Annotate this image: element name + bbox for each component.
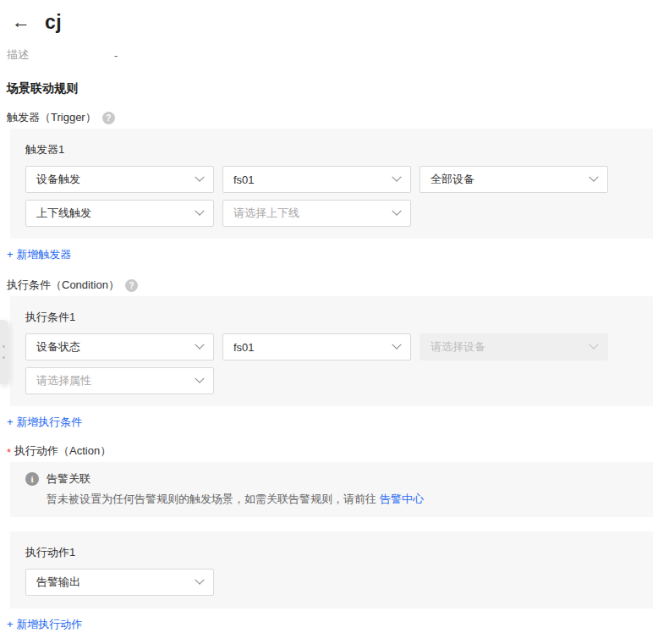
chevron-down-icon [195,173,204,182]
chevron-down-icon [195,374,204,383]
trigger-section-label-row: 触发器（Trigger） ? [7,110,658,125]
alert-notice-head: i 告警关联 [25,471,638,487]
trigger-product-select[interactable]: fs01 [222,166,411,193]
action-output-select[interactable]: 告警输出 [25,569,214,596]
action-section-label: 执行动作（Action） [14,443,111,459]
condition-select-row-1: 设备状态 fs01 请选择设备 [25,333,638,361]
condition-select-row-2: 请选择属性 [25,367,638,394]
condition-device-select: 请选择设备 [419,333,608,361]
add-trigger-link[interactable]: + 新增触发器 [7,247,71,262]
chevron-down-icon [195,206,204,216]
rules-heading: 场景联动规则 [7,81,658,96]
trigger-online-state-select[interactable]: 请选择上下线 [222,200,411,227]
trigger-select-row-2: 上下线触发 请选择上下线 [25,200,638,227]
drawer-handle-dot [3,345,5,348]
condition-product-select[interactable]: fs01 [222,333,411,361]
condition-section-label-row: 执行条件（Condition） ? [7,278,658,293]
page-header: ← cj [12,8,658,36]
help-icon[interactable]: ? [125,279,138,292]
trigger-select-row-1: 设备触发 fs01 全部设备 [25,166,638,193]
alert-notice-text: 暂未被设置为任何告警规则的触发场景，如需关联告警规则，请前往 [47,493,376,505]
trigger-event-value: 上下线触发 [36,206,91,221]
trigger-event-select[interactable]: 上下线触发 [25,200,214,227]
info-icon: i [25,472,39,486]
drawer-handle-dot [3,356,5,359]
back-icon[interactable]: ← [12,13,30,31]
trigger-device-select[interactable]: 全部设备 [419,166,608,193]
description-row: 描述 - [7,47,658,63]
condition-device-placeholder: 请选择设备 [430,339,485,355]
description-value: - [114,49,118,62]
condition-type-value: 设备状态 [36,339,80,355]
add-action-link[interactable]: + 新增执行动作 [7,617,82,632]
chevron-down-icon [392,206,401,216]
side-drawer-handle[interactable] [0,320,8,384]
condition-section-label: 执行条件（Condition） [7,278,119,293]
required-asterisk: * [7,443,11,459]
chevron-down-icon [392,340,401,350]
trigger-group-title: 触发器1 [25,142,638,157]
add-condition-link[interactable]: + 新增执行条件 [7,415,82,430]
chevron-down-icon [195,575,204,585]
action-group-title: 执行动作1 [25,545,638,560]
alert-notice-box: i 告警关联 暂未被设置为任何告警规则的触发场景，如需关联告警规则，请前往告警中… [10,462,653,517]
action-section-label-row: * 执行动作（Action） [7,443,658,459]
trigger-panel: 触发器1 设备触发 fs01 全部设备 上下线触发 请选择上下线 [10,129,653,239]
alert-center-link[interactable]: 告警中心 [380,493,424,505]
condition-product-value: fs01 [233,341,255,354]
action-output-value: 告警输出 [36,575,80,590]
trigger-section-label: 触发器（Trigger） [7,110,96,125]
chevron-down-icon [589,173,598,182]
action-panel: 执行动作1 告警输出 [10,531,653,608]
trigger-type-value: 设备触发 [36,172,80,187]
action-select-row-1: 告警输出 [25,569,638,596]
page-title: cj [45,11,62,34]
trigger-device-value: 全部设备 [430,172,474,187]
trigger-product-value: fs01 [233,173,255,186]
help-icon[interactable]: ? [102,112,115,124]
trigger-type-select[interactable]: 设备触发 [25,166,214,193]
trigger-online-state-placeholder: 请选择上下线 [233,206,299,221]
condition-panel: 执行条件1 设备状态 fs01 请选择设备 请选择属性 [10,296,653,406]
description-label: 描述 [7,47,114,63]
condition-property-select[interactable]: 请选择属性 [25,367,214,394]
condition-property-placeholder: 请选择属性 [36,373,91,388]
chevron-down-icon [195,340,204,350]
chevron-down-icon [589,340,598,350]
chevron-down-icon [392,173,401,182]
condition-group-title: 执行条件1 [25,310,638,325]
alert-notice-body: 暂未被设置为任何告警规则的触发场景，如需关联告警规则，请前往告警中心 [47,492,638,507]
alert-notice-title: 告警关联 [47,471,90,487]
condition-type-select[interactable]: 设备状态 [25,333,214,361]
